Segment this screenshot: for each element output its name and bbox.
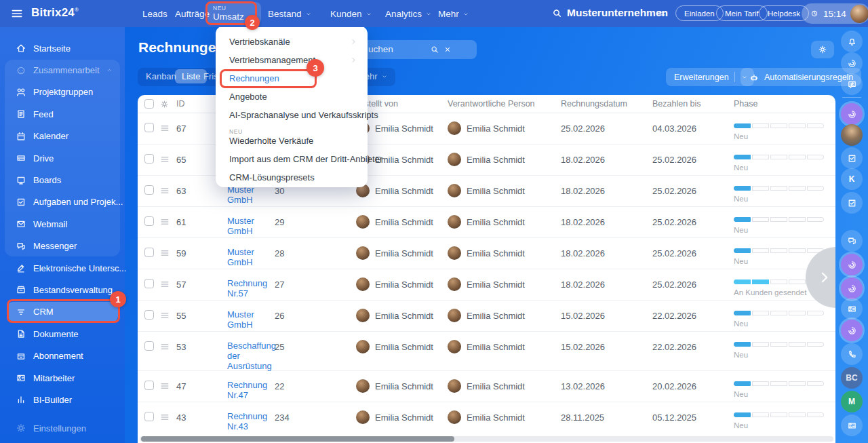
tab-liste[interactable]: Liste xyxy=(175,69,207,83)
company-name[interactable]: Musterunternehmen xyxy=(567,7,668,19)
invoice-name-link[interactable]: Rechnung Nr.47 xyxy=(227,371,281,400)
column-settings-gear-icon[interactable] xyxy=(159,99,170,109)
sidebar-item-boards[interactable]: Boards xyxy=(0,169,125,191)
phase-cell[interactable]: Neu xyxy=(734,371,827,398)
responsible-cell[interactable]: Emilia Schmidt xyxy=(448,371,561,393)
drag-handle-icon[interactable] xyxy=(159,248,170,258)
row-checkbox[interactable] xyxy=(144,154,154,163)
created-by-cell[interactable]: Emilia Schmidt xyxy=(356,402,448,424)
sidebar-item-crm[interactable]: CRM xyxy=(0,301,125,323)
sidebar-item-einstellungen[interactable]: Einstellungen xyxy=(0,417,125,439)
drag-handle-icon[interactable] xyxy=(159,310,170,321)
invoice-row-61[interactable]: 61Muster GmbH29Emilia SchmidtEmilia Schm… xyxy=(138,207,835,238)
row-checkbox[interactable] xyxy=(144,381,154,390)
drag-handle-icon[interactable] xyxy=(159,381,170,391)
created-by-cell[interactable]: Emilia Schmidt xyxy=(356,269,448,291)
sidebar-item-bi-builder[interactable]: BI-Builder xyxy=(0,389,125,410)
menu-item-ai-sprachanalyse-und-verkaufsskripts[interactable]: AI-Sprachanalyse und Verkaufsskripts xyxy=(216,106,368,124)
chat-k-avatar[interactable]: K xyxy=(841,168,863,190)
sidebar-item-elektronische-untersc[interactable]: Elektronische Untersc... xyxy=(0,257,125,279)
chat-m-avatar[interactable]: M xyxy=(841,391,863,412)
horizontal-scrollbar[interactable] xyxy=(140,436,833,442)
drag-handle-icon[interactable] xyxy=(159,123,170,134)
created-by-cell[interactable]: Emilia Schmidt xyxy=(356,176,448,197)
row-checkbox[interactable] xyxy=(144,412,154,421)
invoice-name-link[interactable]: Rechnung Nr.43 xyxy=(227,402,281,431)
row-checkbox[interactable] xyxy=(144,248,154,257)
drag-handle-icon[interactable] xyxy=(159,412,170,423)
invoice-name-link[interactable]: Muster GmbH xyxy=(227,301,281,330)
sidebar-item-abonnement[interactable]: Abonnement xyxy=(0,345,125,366)
column-header-due[interactable]: Bezahlen bis xyxy=(652,95,734,109)
phase-cell[interactable]: Neu xyxy=(734,301,827,328)
menu-item-vertriebskan-le[interactable]: Vertriebskanäle xyxy=(216,33,368,51)
phase-cell[interactable]: Neu xyxy=(734,332,827,359)
row-checkbox[interactable] xyxy=(144,341,154,351)
menu-item-import-aus-dem-crm-der-dritt-anbieter[interactable]: Import aus dem CRM der Dritt-Anbieter xyxy=(216,150,368,168)
row-checkbox[interactable] xyxy=(144,279,154,288)
copilot-icon-2[interactable] xyxy=(841,254,863,275)
invoice-name-link[interactable]: Muster GmbH xyxy=(227,207,281,236)
copilot-icon-4[interactable] xyxy=(841,320,863,341)
drag-handle-icon[interactable] xyxy=(159,216,170,227)
responsible-cell[interactable]: Emilia Schmidt xyxy=(448,402,561,424)
invoice-row-59[interactable]: 59Muster GmbH28Emilia SchmidtEmilia Schm… xyxy=(138,238,835,269)
sidebar-item-webmail[interactable]: Webmail xyxy=(0,213,125,235)
created-by-cell[interactable]: Emilia Schmidt xyxy=(356,301,448,322)
drag-handle-icon[interactable] xyxy=(159,341,170,352)
phase-cell[interactable]: Neu xyxy=(734,402,827,429)
sidebar-item-zusammenarbeit[interactable]: Zusammenarbeit xyxy=(0,59,125,81)
column-header-responsible[interactable]: Verantwortliche Person xyxy=(448,95,561,109)
invoice-row-43[interactable]: 43Rechnung Nr.43234Emilia SchmidtEmilia … xyxy=(138,402,835,435)
menu-item-wiederholte-verk-ufe[interactable]: NEUWiederholte Verkäufe xyxy=(216,124,368,150)
sidebar-item-messenger[interactable]: Messenger xyxy=(0,235,125,257)
tab-kanban[interactable]: Kanban xyxy=(146,71,176,81)
nav-auftraege[interactable]: Aufträge xyxy=(175,0,210,27)
responsible-cell[interactable]: Emilia Schmidt xyxy=(448,238,561,260)
created-by-cell[interactable]: Emilia Schmidt xyxy=(356,371,448,393)
tasks-icon[interactable] xyxy=(841,147,863,169)
menu-item-rechnungen[interactable]: Rechnungen xyxy=(216,69,368,88)
invoice-row-47[interactable]: 47Rechnung Nr.4722Emilia SchmidtEmilia S… xyxy=(138,371,835,402)
sidebar-item-kalender[interactable]: Kalender xyxy=(0,126,125,147)
phase-cell[interactable]: Neu xyxy=(734,113,827,140)
nav-umsatz[interactable]: NEU Umsatz xyxy=(207,2,261,24)
responsible-cell[interactable]: Emilia Schmidt xyxy=(448,207,561,229)
drag-handle-icon[interactable] xyxy=(159,279,170,290)
nav-leads[interactable]: Leads xyxy=(142,0,167,27)
drag-handle-icon[interactable] xyxy=(159,154,170,165)
nav-mehr[interactable]: Mehr xyxy=(438,0,470,27)
created-by-cell[interactable]: Emilia Schmidt xyxy=(356,332,448,353)
phase-cell[interactable]: Neu xyxy=(734,145,827,172)
invoice-row-57[interactable]: 57Rechnung Nr.5727Emilia SchmidtEmilia S… xyxy=(138,269,835,301)
drag-handle-icon[interactable] xyxy=(159,185,170,196)
copilot-icon[interactable] xyxy=(841,52,863,74)
sidebar-item-dokumente[interactable]: Dokumente xyxy=(0,323,125,345)
sidebar-item-drive[interactable]: Drive xyxy=(0,147,125,169)
clear-search-icon[interactable] xyxy=(443,45,452,54)
call-icon[interactable] xyxy=(841,343,863,365)
app-logo[interactable]: Bitrix24® xyxy=(31,6,79,20)
nav-analytics[interactable]: Analytics xyxy=(385,0,433,27)
column-header-date[interactable]: Rechnungsdatum xyxy=(561,95,652,109)
responsible-cell[interactable]: Emilia Schmidt xyxy=(448,301,561,322)
responsible-cell[interactable]: Emilia Schmidt xyxy=(448,332,561,353)
nav-kunden[interactable]: Kunden xyxy=(330,0,373,27)
invoice-row-55[interactable]: 55Muster GmbH26Emilia SchmidtEmilia Schm… xyxy=(138,301,835,332)
contact-card-icon[interactable] xyxy=(841,298,863,320)
chat-bc-avatar[interactable]: BC xyxy=(841,367,863,389)
invoice-name-link[interactable]: Muster GmbH xyxy=(227,238,281,267)
company-switch-icon[interactable] xyxy=(656,8,667,19)
sidebar-item-aufgaben-und-projek[interactable]: Aufgaben und Projek... xyxy=(0,191,125,213)
row-checkbox[interactable] xyxy=(144,216,154,226)
sidebar-item-projektgruppen[interactable]: Projektgruppen xyxy=(0,81,125,103)
sidebar-item-feed[interactable]: Feed xyxy=(0,103,125,125)
invoice-name-link[interactable]: Beschaffung der Ausrüstung xyxy=(227,332,281,371)
row-checkbox[interactable] xyxy=(144,123,154,132)
responsible-cell[interactable]: Emilia Schmidt xyxy=(448,145,561,166)
row-checkbox[interactable] xyxy=(144,310,154,320)
responsible-cell[interactable]: Emilia Schmidt xyxy=(448,176,561,197)
profile-avatar[interactable] xyxy=(850,5,868,23)
responsible-cell[interactable]: Emilia Schmidt xyxy=(448,269,561,291)
hamburger-menu-icon[interactable] xyxy=(9,6,24,21)
